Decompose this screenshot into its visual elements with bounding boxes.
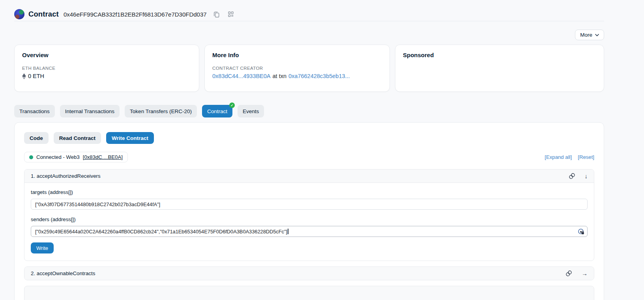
overview-card-title: Overview	[22, 52, 191, 58]
overview-card: Overview ETH BALANCE 0 ETH	[14, 45, 199, 92]
subtab-code[interactable]: Code	[24, 132, 49, 144]
function-2-title: 2. acceptOwnableContracts	[31, 270, 95, 276]
main-tabs: Transactions Internal Transactions Token…	[14, 105, 604, 117]
expand-all-link[interactable]: [Expand all]	[545, 154, 572, 160]
collapse-arrow-icon[interactable]: ↓	[585, 173, 588, 179]
senders-input[interactable]: ["0x259c49E65644a020C2A642260a4ffB0CD862…	[31, 226, 588, 237]
text-cursor	[288, 229, 288, 234]
sponsored-card: Sponsored	[395, 45, 604, 92]
creator-address-link[interactable]: 0x83dC44...4933BE0A	[212, 73, 271, 79]
tab-token-transfers[interactable]: Token Transfers (ERC-20)	[125, 105, 197, 117]
permalink-icon[interactable]	[569, 173, 575, 179]
function-panel-3-partial[interactable]	[24, 286, 594, 300]
copy-icon	[213, 11, 220, 18]
contract-address: 0x46eFF99CAB332f1B2EB2Ff6813D67e7D30FDd0…	[64, 11, 207, 18]
subtab-read-contract[interactable]: Read Contract	[54, 132, 101, 144]
connected-status-dot	[29, 155, 33, 159]
permalink-icon[interactable]	[565, 270, 572, 277]
eth-balance-value: 0 ETH	[28, 73, 44, 79]
senders-field-label: senders (address[])	[31, 216, 588, 222]
qr-code-button[interactable]	[227, 10, 235, 19]
contract-header: Contract 0x46eFF99CAB332f1B2EB2Ff6813D67…	[14, 0, 604, 20]
password-manager-lock-icon[interactable]	[578, 228, 584, 236]
function-2-header[interactable]: 2. acceptOwnableContracts →	[24, 267, 594, 280]
function-1-header-icons: ↓	[569, 173, 588, 179]
targets-input-value: ["0xA3f07D6773514480b918C2742b027b3acD9E…	[35, 201, 160, 207]
ethereum-icon	[22, 73, 26, 79]
connected-wallet-link[interactable]: [0x83dC....BE0A]	[83, 154, 123, 160]
contract-panel: Code Read Contract Write Contract Connec…	[14, 122, 604, 300]
tab-transactions[interactable]: Transactions	[14, 105, 55, 117]
write-button[interactable]: Write	[31, 242, 54, 253]
at-txn-text: at txn	[273, 73, 286, 79]
connection-row: Connected - Web3 [0x83dC....BE0A] [Expan…	[24, 152, 594, 162]
contract-creator-value-row: 0x83dC44...4933BE0A at txn 0xa7662428c3b…	[212, 73, 382, 79]
connection-status-text: Connected - Web3	[36, 154, 80, 160]
header-divider	[14, 21, 604, 21]
page-container: Contract 0x46eFF99CAB332f1B2EB2Ff6813D67…	[14, 0, 604, 300]
copy-address-button[interactable]	[212, 10, 221, 19]
more-info-card-title: More Info	[212, 52, 382, 58]
targets-input[interactable]: ["0xA3f07D6773514480b918C2742b027b3acD9E…	[31, 199, 588, 210]
contract-creator-label: CONTRACT CREATOR	[212, 66, 382, 71]
contract-avatar	[14, 9, 24, 19]
subtab-write-contract[interactable]: Write Contract	[106, 132, 154, 144]
function-2-header-icons: →	[565, 270, 588, 277]
creation-txn-link[interactable]: 0xa7662428c3b5eb13...	[288, 73, 350, 79]
info-cards-row: Overview ETH BALANCE 0 ETH More Info CON…	[14, 45, 604, 92]
tab-contract[interactable]: Contract ✓	[202, 105, 232, 117]
senders-input-value: ["0x259c49E65644a020C2A642260a4ffB0CD862…	[35, 229, 287, 235]
eth-balance-label: ETH BALANCE	[22, 66, 191, 71]
function-1-title: 1. acceptAuthorizedReceivers	[31, 173, 101, 179]
function-1-header[interactable]: 1. acceptAuthorizedReceivers ↓	[24, 170, 594, 183]
more-info-card: More Info CONTRACT CREATOR 0x83dC44...49…	[204, 45, 390, 92]
tab-events[interactable]: Events	[238, 105, 264, 117]
contract-subtabs: Code Read Contract Write Contract	[24, 132, 594, 144]
wallet-connection-status: Connected - Web3 [0x83dC....BE0A]	[24, 152, 128, 162]
function-panel-2: 2. acceptOwnableContracts →	[24, 266, 594, 280]
panel-actions: [Expand all] [Reset]	[545, 154, 594, 160]
tab-contract-label: Contract	[207, 108, 227, 114]
reset-link[interactable]: [Reset]	[578, 154, 594, 160]
more-button-label: More	[580, 32, 592, 38]
verified-check-badge: ✓	[229, 102, 235, 108]
more-dropdown-button[interactable]: More	[575, 30, 604, 40]
sponsored-card-title: Sponsored	[403, 52, 596, 58]
function-panel-1: 1. acceptAuthorizedReceivers ↓ targets (…	[24, 169, 594, 261]
page-title: Contract	[28, 10, 59, 19]
toolbar-row: More	[14, 30, 604, 40]
qr-code-icon	[228, 11, 234, 17]
tab-internal-transactions[interactable]: Internal Transactions	[60, 105, 120, 117]
eth-balance-value-row: 0 ETH	[22, 73, 191, 79]
function-1-body: targets (address[]) ["0xA3f07D6773514480…	[24, 183, 594, 261]
expand-arrow-icon[interactable]: →	[582, 270, 588, 276]
chevron-down-icon	[595, 34, 599, 36]
targets-field-label: targets (address[])	[31, 189, 588, 195]
